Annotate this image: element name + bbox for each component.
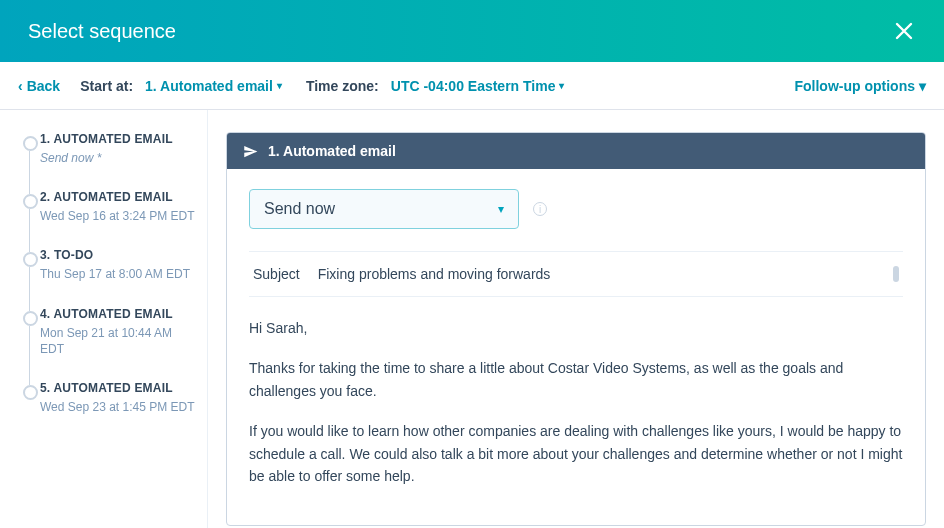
close-icon[interactable]	[892, 19, 916, 43]
scroll-indicator	[893, 266, 899, 282]
body-greeting: Hi Sarah,	[249, 317, 903, 339]
toolbar: ‹ Back Start at: 1. Automated email ▾ Ti…	[0, 62, 944, 110]
step-item[interactable]: 5. AUTOMATED EMAILWed Sep 23 at 1:45 PM …	[18, 381, 197, 439]
step-title: 1. AUTOMATED EMAIL	[40, 132, 197, 146]
step-subtitle: Send now *	[40, 150, 197, 166]
caret-down-icon: ▾	[277, 80, 282, 91]
step-subtitle: Mon Sep 21 at 10:44 AM EDT	[40, 325, 197, 357]
subject-label: Subject	[253, 266, 300, 282]
subject-input[interactable]	[318, 266, 875, 282]
send-timing-select[interactable]: Send now ▾	[249, 189, 519, 229]
step-title: 3. TO-DO	[40, 248, 197, 262]
start-at-select[interactable]: 1. Automated email ▾	[145, 78, 282, 94]
chevron-left-icon: ‹	[18, 78, 23, 94]
caret-down-icon: ▾	[559, 80, 564, 91]
step-item[interactable]: 1. AUTOMATED EMAILSend now *	[18, 132, 197, 190]
step-item[interactable]: 3. TO-DOThu Sep 17 at 8:00 AM EDT	[18, 248, 197, 306]
step-subtitle: Wed Sep 23 at 1:45 PM EDT	[40, 399, 197, 415]
step-title: 5. AUTOMATED EMAIL	[40, 381, 197, 395]
back-button[interactable]: ‹ Back	[18, 78, 60, 94]
info-icon[interactable]: i	[533, 202, 547, 216]
content-area: 1. AUTOMATED EMAILSend now *2. AUTOMATED…	[0, 110, 944, 528]
body-paragraph: Thanks for taking the time to share a li…	[249, 357, 903, 402]
timezone-value: UTC -04:00 Eastern Time	[391, 78, 556, 94]
paper-plane-icon	[243, 144, 258, 159]
modal-title: Select sequence	[28, 20, 176, 43]
modal-header: Select sequence	[0, 0, 944, 62]
step-title: 4. AUTOMATED EMAIL	[40, 307, 197, 321]
email-card: 1. Automated email Send now ▾ i Subject …	[226, 132, 926, 526]
step-item[interactable]: 4. AUTOMATED EMAILMon Sep 21 at 10:44 AM…	[18, 307, 197, 381]
card-header: 1. Automated email	[227, 133, 925, 169]
main-panel[interactable]: 1. Automated email Send now ▾ i Subject …	[208, 110, 944, 528]
followup-label: Follow-up options	[794, 78, 915, 94]
followup-options[interactable]: Follow-up options ▾	[794, 78, 926, 94]
timezone-label: Time zone:	[306, 78, 379, 94]
timezone-select[interactable]: UTC -04:00 Eastern Time ▾	[391, 78, 565, 94]
back-label: Back	[27, 78, 60, 94]
step-subtitle: Wed Sep 16 at 3:24 PM EDT	[40, 208, 197, 224]
subject-row: Subject	[249, 251, 903, 297]
body-paragraph: If you would like to learn how other com…	[249, 420, 903, 487]
card-body: Send now ▾ i Subject Hi Sarah, Thanks fo…	[227, 169, 925, 525]
step-subtitle: Thu Sep 17 at 8:00 AM EDT	[40, 266, 197, 282]
start-at-label: Start at:	[80, 78, 133, 94]
send-timing-value: Send now	[264, 200, 335, 218]
email-body[interactable]: Hi Sarah, Thanks for taking the time to …	[249, 317, 903, 487]
card-title: 1. Automated email	[268, 143, 396, 159]
steps-sidebar[interactable]: 1. AUTOMATED EMAILSend now *2. AUTOMATED…	[0, 110, 208, 528]
caret-down-icon: ▾	[919, 78, 926, 94]
start-at-value: 1. Automated email	[145, 78, 273, 94]
caret-down-icon: ▾	[498, 202, 504, 216]
step-title: 2. AUTOMATED EMAIL	[40, 190, 197, 204]
step-item[interactable]: 2. AUTOMATED EMAILWed Sep 16 at 3:24 PM …	[18, 190, 197, 248]
